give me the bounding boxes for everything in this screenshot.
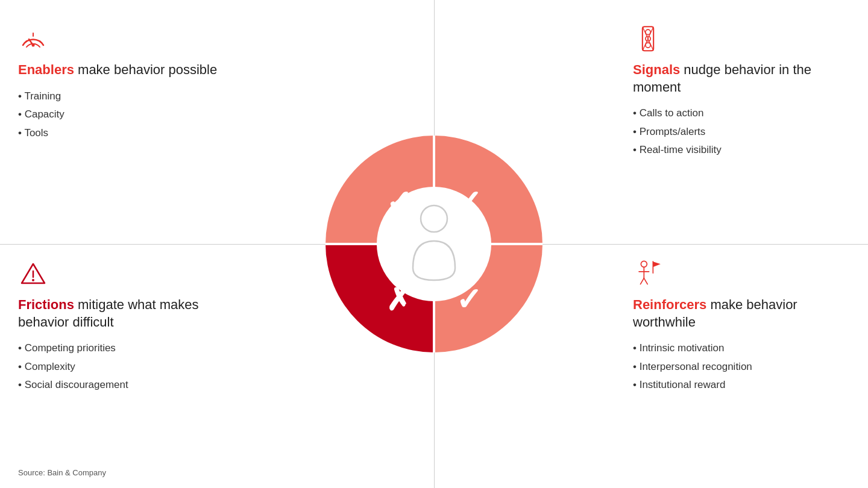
list-item: Social discouragement [18, 376, 247, 395]
svg-line-16 [641, 278, 644, 284]
enablers-highlight: Enablers [18, 62, 74, 77]
xmark-bottom-left: ✗ [386, 282, 412, 317]
list-item: Intrinsic motivation [633, 339, 862, 358]
reinforcers-panel: Reinforcers make behavior worthwhile Int… [633, 259, 862, 395]
signals-list: Calls to action Prompts/alerts Real-time… [633, 104, 862, 160]
svg-line-0 [24, 41, 27, 43]
frictions-highlight: Frictions [18, 297, 74, 312]
donut-chart: ✓ ✓ ✓ ✗ [313, 124, 555, 364]
enablers-panel: Enablers make behavior possible Training… [18, 24, 247, 142]
svg-line-17 [644, 278, 647, 284]
list-item: Competing priorities [18, 339, 247, 358]
list-item: Institutional reward [633, 376, 862, 395]
list-item: Calls to action [633, 104, 862, 123]
reinforcers-list: Intrinsic motivation Interpersonal recog… [633, 339, 862, 395]
signals-title: Signals nudge behavior in the moment [633, 61, 862, 96]
list-item: Tools [18, 124, 247, 143]
enablers-list: Training Capacity Tools [18, 87, 247, 143]
reinforcers-title: Reinforcers make behavior worthwhile [633, 296, 862, 331]
donut-svg: ✓ ✓ ✓ ✗ [313, 124, 555, 364]
checkmark-top-left: ✓ [386, 184, 412, 219]
list-item: Prompts/alerts [633, 123, 862, 142]
frictions-list: Competing priorities Complexity Social d… [18, 339, 247, 395]
svg-point-8 [646, 30, 650, 34]
reinforcer-icon [633, 259, 663, 289]
signals-panel: Signals nudge behavior in the moment Cal… [633, 24, 862, 160]
list-item: Interpersonal recognition [633, 358, 862, 377]
frictions-panel: Frictions mitigate what makes behavior d… [18, 259, 247, 395]
traffic-light-icon [633, 24, 663, 54]
svg-point-12 [32, 279, 34, 281]
checkmark-bottom-right: ✓ [456, 282, 482, 317]
warning-icon [18, 259, 48, 289]
svg-line-2 [40, 41, 42, 43]
list-item: Complexity [18, 358, 247, 377]
frictions-title: Frictions mitigate what makes behavior d… [18, 296, 247, 331]
enablers-title: Enablers make behavior possible [18, 61, 247, 79]
speedometer-icon [18, 24, 48, 54]
checkmark-top-right: ✓ [456, 184, 482, 219]
svg-point-10 [646, 43, 650, 48]
source-text: Source: Bain & Company [18, 468, 106, 477]
list-item: Capacity [18, 105, 247, 124]
signals-highlight: Signals [633, 62, 680, 77]
svg-point-13 [641, 261, 647, 267]
svg-point-4 [32, 44, 35, 47]
enablers-title-rest: make behavior possible [74, 62, 217, 77]
reinforcers-highlight: Reinforcers [633, 297, 706, 312]
list-item: Training [18, 87, 247, 106]
list-item: Real-time visibility [633, 141, 862, 160]
